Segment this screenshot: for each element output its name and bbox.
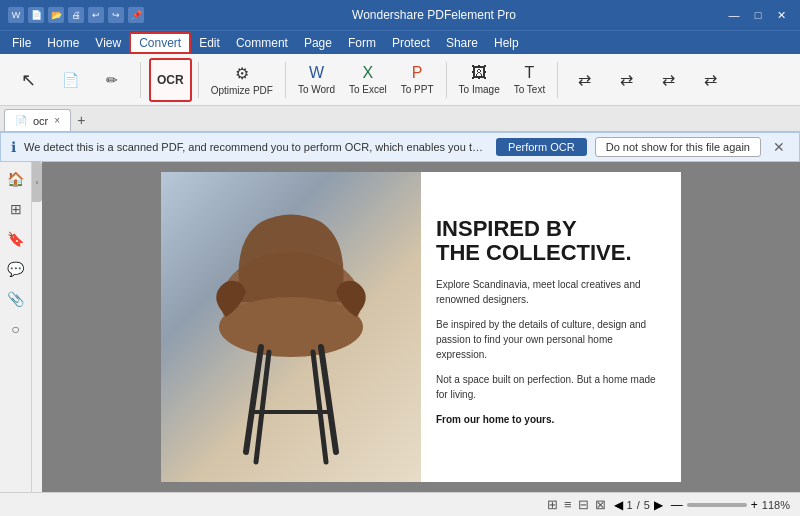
to-word-button[interactable]: W To Word (292, 58, 341, 102)
menu-convert[interactable]: Convert (129, 32, 191, 54)
toolbar-basic-tools: ↖ 📄 ✏ (8, 58, 132, 102)
edit-tool-button[interactable]: ✏ (92, 58, 132, 102)
toolbar-sep-4 (446, 62, 447, 98)
menu-bar: File Home View Convert Edit Comment Page… (0, 30, 800, 54)
new-icon[interactable]: 📄 (28, 7, 44, 23)
view-thumbs-icon[interactable]: ⊠ (595, 497, 606, 512)
select-icon: ↖ (21, 71, 36, 89)
select-tool-button[interactable]: ↖ (8, 58, 48, 102)
undo-icon[interactable]: ↩ (88, 7, 104, 23)
zoom-level: 118% (762, 499, 790, 511)
to-text-button[interactable]: T To Text (508, 58, 552, 102)
redo-icon[interactable]: ↪ (108, 7, 124, 23)
sidebar-comment-icon[interactable]: 💬 (3, 256, 29, 282)
ocr-button[interactable]: OCR OCR (149, 58, 192, 102)
to-ppt-button[interactable]: P To PPT (395, 58, 440, 102)
open-icon[interactable]: 📂 (48, 7, 64, 23)
to-ppt-label: To PPT (401, 84, 434, 95)
tab-close-button[interactable]: × (54, 115, 60, 126)
svg-point-1 (219, 297, 363, 357)
pdf-paragraph-3: Not a space built on perfection. But a h… (436, 372, 666, 402)
close-button[interactable]: ✕ (772, 7, 792, 23)
menu-home[interactable]: Home (39, 32, 87, 54)
status-bar: ⊞ ≡ ⊟ ⊠ ◀ 1 / 5 ▶ — + 118% (0, 492, 800, 516)
pin-icon[interactable]: 📌 (128, 7, 144, 23)
perform-ocr-button[interactable]: Perform OCR (496, 138, 587, 156)
page-separator: / (637, 499, 640, 511)
view-facing-icon[interactable]: ⊟ (578, 497, 589, 512)
sidebar-attach-icon[interactable]: 📎 (3, 286, 29, 312)
sidebar-bookmark-icon[interactable]: 🔖 (3, 226, 29, 252)
edit-icon: ✏ (106, 73, 118, 87)
menu-file[interactable]: File (4, 32, 39, 54)
maximize-button[interactable]: □ (748, 7, 768, 23)
view-continuous-icon[interactable]: ≡ (564, 497, 572, 512)
extra-convert-3-button[interactable]: ⇄ (648, 58, 688, 102)
toolbar-sep-2 (198, 62, 199, 98)
menu-form[interactable]: Form (340, 32, 384, 54)
window-controls: — □ ✕ (724, 7, 792, 23)
menu-edit[interactable]: Edit (191, 32, 228, 54)
close-notification-button[interactable]: ✕ (769, 139, 789, 155)
menu-help[interactable]: Help (486, 32, 527, 54)
next-page-button[interactable]: ▶ (654, 498, 663, 512)
view-single-icon[interactable]: ⊞ (547, 497, 558, 512)
extra-convert-2-button[interactable]: ⇄ (606, 58, 646, 102)
sidebar-search-icon[interactable]: ○ (3, 316, 29, 342)
menu-share[interactable]: Share (438, 32, 486, 54)
tab-add-button[interactable]: + (71, 109, 91, 131)
to-excel-label: To Excel (349, 84, 387, 95)
print-icon[interactable]: 🖨 (68, 7, 84, 23)
status-view-icons: ⊞ ≡ ⊟ ⊠ (547, 497, 606, 512)
to-word-icon: W (309, 64, 324, 82)
extra-convert-1-button[interactable]: ⇄ (564, 58, 604, 102)
prev-page-button[interactable]: ◀ (614, 498, 623, 512)
menu-comment[interactable]: Comment (228, 32, 296, 54)
title-bar-system-icons: W 📄 📂 🖨 ↩ ↪ 📌 (8, 7, 144, 23)
optimize-pdf-button[interactable]: ⚙ Optimize PDF (205, 58, 279, 102)
pdf-paragraph-1: Explore Scandinavia, meet local creative… (436, 277, 666, 307)
chair-image (191, 172, 391, 482)
pdf-area: INSPIRED BY THE COLLECTIVE. Explore Scan… (42, 162, 800, 492)
to-text-label: To Text (514, 84, 546, 95)
extra-convert-3-icon: ⇄ (662, 70, 675, 89)
toolbar-convert-tools: OCR OCR ⚙ Optimize PDF W To Word X To Ex… (149, 58, 730, 102)
zoom-out-button[interactable]: — (671, 498, 683, 512)
minimize-button[interactable]: — (724, 7, 744, 23)
pdf-headline-line2: THE COLLECTIVE. (436, 240, 632, 265)
extra-convert-4-button[interactable]: ⇄ (690, 58, 730, 102)
to-image-button[interactable]: 🖼 To Image (453, 58, 506, 102)
main-area: 🏠 ⊞ 🔖 💬 📎 ○ ‹ (0, 162, 800, 492)
extra-convert-1-icon: ⇄ (578, 70, 591, 89)
toolbar: ↖ 📄 ✏ OCR OCR ⚙ Optimize PDF W To Word X… (0, 54, 800, 106)
create-tool-button[interactable]: 📄 (50, 58, 90, 102)
dismiss-notification-button[interactable]: Do not show for this file again (595, 137, 761, 157)
menu-protect[interactable]: Protect (384, 32, 438, 54)
pdf-paragraph-2: Be inspired by the details of culture, d… (436, 317, 666, 362)
menu-view[interactable]: View (87, 32, 129, 54)
extra-convert-4-icon: ⇄ (704, 70, 717, 89)
total-pages: 5 (644, 499, 650, 511)
notification-bar: ℹ We detect this is a scanned PDF, and r… (0, 132, 800, 162)
sidebar-home-icon[interactable]: 🏠 (3, 166, 29, 192)
pdf-headline-line1: INSPIRED BY (436, 216, 577, 241)
zoom-slider[interactable] (687, 503, 747, 507)
pdf-text-section: INSPIRED BY THE COLLECTIVE. Explore Scan… (421, 172, 681, 482)
page-navigation: ◀ 1 / 5 ▶ (614, 498, 663, 512)
menu-page[interactable]: Page (296, 32, 340, 54)
to-excel-button[interactable]: X To Excel (343, 58, 393, 102)
tab-ocr[interactable]: 📄 ocr × (4, 109, 71, 131)
left-sidebar: 🏠 ⊞ 🔖 💬 📎 ○ (0, 162, 32, 492)
to-ppt-icon: P (412, 64, 423, 82)
pdf-paragraph-4: From our home to yours. (436, 412, 666, 427)
sidebar-thumbnail-icon[interactable]: ⊞ (3, 196, 29, 222)
pdf-image-section (161, 172, 421, 482)
toolbar-sep-1 (140, 62, 141, 98)
pdf-page: INSPIRED BY THE COLLECTIVE. Explore Scan… (161, 172, 681, 482)
to-image-label: To Image (459, 84, 500, 95)
sidebar-collapse-button[interactable]: ‹ (32, 162, 42, 202)
zoom-in-button[interactable]: + (751, 498, 758, 512)
create-icon: 📄 (62, 73, 79, 87)
toolbar-sep-3 (285, 62, 286, 98)
to-excel-icon: X (363, 64, 374, 82)
